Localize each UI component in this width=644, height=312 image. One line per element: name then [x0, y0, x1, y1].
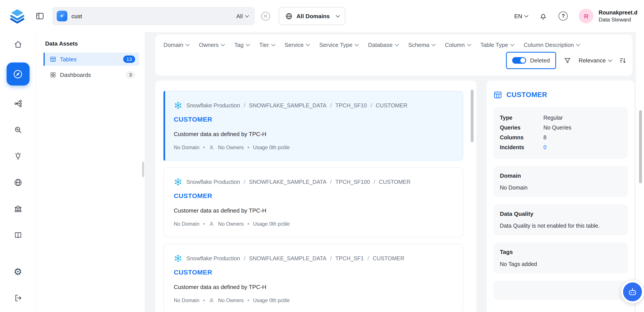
globe-icon — [285, 12, 293, 20]
results-scrollbar[interactable] — [471, 90, 474, 142]
result-title-link[interactable]: CUSTOMER — [174, 192, 212, 200]
language-label: EN — [514, 13, 522, 19]
filter-service[interactable]: Service — [284, 41, 310, 48]
all-domains-dropdown[interactable]: All Domains — [279, 7, 345, 25]
clear-search-button[interactable] — [261, 12, 270, 20]
filter-database[interactable]: Database — [368, 41, 398, 48]
filter-tag[interactable]: Tag — [234, 41, 250, 48]
book-icon — [13, 231, 22, 240]
summary-value: No Queries — [543, 123, 571, 133]
search-scope-dropdown[interactable]: All — [236, 13, 248, 19]
summary-label: Type — [500, 113, 543, 123]
sort-dropdown[interactable]: Relevance — [578, 57, 612, 64]
filter-service-type[interactable]: Service Type — [319, 41, 358, 48]
separator-dot — [248, 297, 249, 303]
count-badge: 13 — [123, 55, 135, 63]
assets-scrollbar[interactable] — [142, 162, 144, 177]
result-title-link[interactable]: CUSTOMER — [174, 269, 212, 276]
result-title-link[interactable]: CUSTOMER — [174, 116, 212, 123]
sidebar-item-explore[interactable] — [6, 62, 29, 85]
result-card[interactable]: Snowflake Production SNOWFLAKE_SAMPLE_DA… — [164, 244, 463, 312]
sidebar-item-insights[interactable] — [10, 148, 26, 164]
app-logo[interactable] — [8, 7, 26, 25]
help-button[interactable]: ? — [559, 12, 568, 21]
incidents-count-link[interactable]: 0 — [543, 143, 546, 152]
result-meta: No Domain No Owners Usage 0th pctile — [174, 297, 453, 303]
sort-order-button[interactable] — [619, 57, 627, 64]
sidebar-item-govern[interactable] — [10, 201, 26, 217]
language-dropdown[interactable]: EN — [514, 13, 528, 19]
filter-schema[interactable]: Schema — [408, 41, 435, 48]
summary-value: 8 — [543, 133, 546, 143]
user-block: R Rounakpreet.d Data Steward — [579, 9, 637, 24]
global-search: All — [52, 7, 270, 25]
sidebar-item-observability[interactable] — [10, 122, 26, 138]
data-assets-title: Data Assets — [44, 40, 139, 47]
result-card[interactable]: Snowflake Production SNOWFLAKE_SAMPLE_DA… — [164, 167, 463, 237]
search-input[interactable] — [72, 13, 232, 19]
filter-owners[interactable]: Owners — [199, 41, 224, 48]
data-assets-panel: Data Assets Tables 13 Dashboards 3 — [36, 32, 145, 312]
breadcrumb-database[interactable]: SNOWFLAKE_SAMPLE_DATA — [240, 255, 326, 261]
user-icon — [208, 221, 214, 227]
filter-table-type[interactable]: Table Type — [480, 41, 514, 48]
sidebar-item-lineage[interactable] — [10, 95, 26, 112]
breadcrumb-schema[interactable]: TPCH_SF10 — [326, 102, 367, 108]
count-badge: 3 — [126, 71, 135, 79]
breadcrumb-service[interactable]: Snowflake Production — [186, 179, 240, 185]
search-bar[interactable]: All — [52, 7, 254, 25]
sidebar-item-domains[interactable] — [10, 174, 26, 191]
advanced-filter-button[interactable] — [564, 57, 571, 64]
separator-dot — [203, 145, 205, 150]
globe-icon — [13, 178, 22, 187]
breadcrumb-database[interactable]: SNOWFLAKE_SAMPLE_DATA — [240, 102, 326, 108]
notifications-button[interactable] — [539, 12, 548, 20]
filter-column[interactable]: Column — [445, 41, 470, 48]
avatar[interactable]: R — [579, 9, 594, 24]
breadcrumb-table[interactable]: CUSTOMER — [367, 102, 407, 108]
chat-widget[interactable] — [621, 280, 644, 303]
chatbot-icon — [623, 282, 642, 301]
breadcrumb-schema[interactable]: TPCH_SF1 — [326, 255, 364, 261]
breadcrumb-table[interactable]: CUSTOMER — [364, 255, 404, 261]
filter-domain[interactable]: Domain — [164, 41, 189, 48]
results-list: Snowflake Production SNOWFLAKE_SAMPLE_DA… — [155, 81, 476, 312]
breadcrumb-service[interactable]: Snowflake Production — [186, 255, 240, 261]
sidebar-toggle-button[interactable] — [35, 12, 44, 21]
bell-icon — [539, 12, 548, 20]
page-scrollbar[interactable] — [639, 110, 642, 183]
section-content: No Domain — [500, 185, 622, 191]
section-tags: Tags No Tags added — [493, 243, 628, 273]
breadcrumb-table[interactable]: CUSTOMER — [370, 179, 410, 185]
chevron-down-icon — [576, 42, 580, 46]
home-icon — [13, 40, 22, 49]
asset-type-tables[interactable]: Tables 13 — [44, 53, 139, 66]
result-card[interactable]: Snowflake Production SNOWFLAKE_SAMPLE_DA… — [164, 91, 463, 161]
sidebar-item-logout[interactable] — [10, 290, 26, 306]
filter-tier[interactable]: Tier — [259, 41, 274, 48]
sidebar-item-glossary[interactable] — [10, 227, 26, 243]
deleted-filter[interactable]: Deleted — [506, 52, 556, 69]
deleted-toggle[interactable] — [512, 57, 526, 64]
deleted-label: Deleted — [530, 57, 550, 64]
detail-title-link[interactable]: CUSTOMER — [506, 91, 547, 99]
chevron-down-icon — [271, 42, 275, 46]
breadcrumb-service[interactable]: Snowflake Production — [186, 102, 240, 108]
toggle-knob — [520, 58, 525, 63]
filter-column-description[interactable]: Column Description — [524, 41, 580, 48]
meta-domain: No Domain — [174, 145, 199, 150]
breadcrumb-schema[interactable]: TPCH_SF100 — [326, 179, 370, 185]
chevron-down-icon — [395, 42, 399, 46]
breadcrumb-database[interactable]: SNOWFLAKE_SAMPLE_DATA — [240, 179, 326, 185]
gear-icon — [14, 267, 22, 276]
meta-domain: No Domain — [174, 221, 199, 227]
sidebar-item-home[interactable] — [10, 36, 26, 53]
section-title: Tags — [500, 249, 622, 255]
detail-header: CUSTOMER — [493, 90, 628, 99]
asset-type-dashboards[interactable]: Dashboards 3 — [44, 68, 139, 81]
ai-sparkle-icon — [57, 11, 68, 22]
sidebar-item-settings[interactable] — [10, 264, 26, 280]
entity-detail-panel: CUSTOMER Type Regular Queries No Queries… — [487, 81, 634, 312]
user-name: Rounakpreet.d — [599, 9, 638, 16]
meta-owners: No Owners — [218, 221, 244, 227]
